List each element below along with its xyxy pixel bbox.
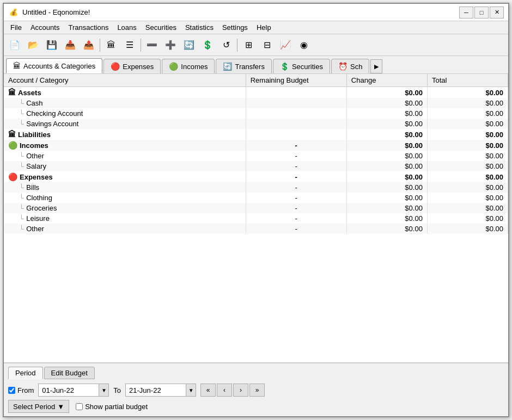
table-view-button[interactable]: ⊟ [258, 37, 276, 53]
table-wrapper: Account / Category Remaining Budget Chan… [4, 74, 508, 362]
tab-transfers-label: Transfers [235, 63, 264, 71]
menu-item-securities[interactable]: Securities [141, 22, 181, 33]
open-file-button[interactable]: 📂 [25, 37, 42, 53]
col-budget: Remaining Budget [246, 74, 346, 87]
select-period-arrow: ▼ [57, 403, 64, 411]
window-title: Untitled - Eqonomize! [22, 8, 459, 16]
bottom-tab-edit-budget[interactable]: Edit Budget [44, 367, 95, 379]
minimize-button[interactable]: ─ [459, 7, 473, 18]
tab-expenses[interactable]: 🔴 Expenses [103, 59, 161, 73]
show-partial-checkbox[interactable] [76, 403, 83, 410]
refresh-button[interactable]: ↺ [217, 37, 235, 53]
table-row[interactable]: 🟢Incomes-$0.00$0.00 [4, 140, 508, 151]
accounts-list-button[interactable]: ☰ [121, 37, 138, 53]
table-row[interactable]: └Other-$0.00$0.00 [4, 224, 508, 234]
main-window: 💰 Untitled - Eqonomize! ─ □ ✕ FileAccoun… [3, 3, 509, 417]
nav-buttons: « ‹ › » [200, 384, 265, 397]
grid-view-button[interactable]: ⊞ [240, 37, 257, 53]
select-period-button[interactable]: Select Period ▼ [8, 400, 69, 413]
nav-prev-button[interactable]: ‹ [217, 384, 232, 397]
pie-chart-button[interactable]: ◉ [295, 37, 313, 53]
col-change: Change [346, 74, 427, 87]
row-icon: 🟢 [8, 141, 17, 150]
app-icon: 💰 [8, 7, 19, 18]
table-row[interactable]: 🔴Expenses-$0.00$0.00 [4, 171, 508, 182]
col-account: Account / Category [4, 74, 246, 87]
table-row[interactable]: └Bills-$0.00$0.00 [4, 182, 508, 193]
from-date-input[interactable] [39, 385, 99, 396]
row-icon: 🔴 [8, 172, 17, 181]
tab-nav-next[interactable]: ▶ [370, 59, 382, 73]
title-bar: 💰 Untitled - Eqonomize! ─ □ ✕ [4, 4, 508, 21]
tab-schedule[interactable]: ⏰ Sch [331, 59, 369, 73]
chart-button[interactable]: 📈 [277, 37, 294, 53]
window-controls: ─ □ ✕ [459, 7, 504, 18]
to-date-dropdown[interactable]: ▼ [186, 384, 196, 396]
bottom-panel: Period Edit Budget From ▼ To ▼ « [4, 362, 508, 416]
table-row[interactable]: └Salary-$0.00$0.00 [4, 161, 508, 171]
menu-item-statistics[interactable]: Statistics [181, 22, 218, 33]
nav-next-button[interactable]: › [233, 384, 248, 397]
from-date-dropdown[interactable]: ▼ [99, 384, 108, 396]
maximize-button[interactable]: □ [474, 7, 489, 18]
table-row[interactable]: └Savings Account$0.00$0.00 [4, 119, 508, 129]
add-income-button[interactable]: ➕ [162, 37, 179, 53]
accounts-table: Account / Category Remaining Budget Chan… [4, 74, 508, 234]
tab-incomes[interactable]: 🟢 Incomes [162, 59, 215, 73]
transfers-tab-icon: 🔄 [223, 62, 232, 71]
menu-bar: FileAccountsTransactionsLoansSecuritiesS… [4, 21, 508, 34]
table-row[interactable]: └Cash$0.00$0.00 [4, 98, 508, 108]
transfers-button[interactable]: 🔄 [180, 37, 198, 53]
to-label: To [113, 386, 121, 394]
securities-button[interactable]: 💲 [199, 37, 216, 53]
nav-last-button[interactable]: » [249, 384, 265, 397]
to-date-input[interactable] [126, 385, 186, 396]
incomes-tab-icon: 🟢 [169, 62, 178, 71]
to-date-select[interactable]: ▼ [125, 384, 196, 397]
from-date-select[interactable]: ▼ [38, 384, 109, 397]
bottom-tabs: Period Edit Budget [8, 367, 504, 379]
tab-securities-label: Securities [292, 63, 323, 71]
menu-item-file[interactable]: File [6, 22, 26, 33]
table-row[interactable]: └Leisure-$0.00$0.00 [4, 213, 508, 224]
new-file-button[interactable]: 📄 [6, 37, 23, 53]
tab-incomes-label: Incomes [181, 63, 208, 71]
schedule-tab-icon: ⏰ [338, 62, 348, 71]
menu-item-accounts[interactable]: Accounts [26, 22, 64, 33]
table-row[interactable]: 🏛Assets$0.00$0.00 [4, 87, 508, 98]
from-checkbox[interactable] [8, 387, 15, 394]
from-label: From [17, 386, 34, 394]
export-button[interactable]: 📤 [80, 37, 97, 53]
menu-item-settings[interactable]: Settings [218, 22, 252, 33]
main-content: Account / Category Remaining Budget Chan… [4, 74, 508, 416]
tab-accounts-label: Accounts & Categories [23, 62, 95, 70]
menu-item-help[interactable]: Help [252, 22, 276, 33]
tabs-bar: 🏛 Accounts & Categories 🔴 Expenses 🟢 Inc… [4, 56, 508, 74]
menu-item-loans[interactable]: Loans [113, 22, 141, 33]
tab-transfers[interactable]: 🔄 Transfers [216, 59, 271, 73]
table-row[interactable]: └Other-$0.00$0.00 [4, 151, 508, 161]
tab-securities[interactable]: 💲 Securities [273, 59, 330, 73]
table-row[interactable]: └Clothing-$0.00$0.00 [4, 193, 508, 203]
table-row[interactable]: └Groceries-$0.00$0.00 [4, 203, 508, 213]
row-icon: 🏛 [8, 130, 16, 139]
table-row[interactable]: └Checking Account$0.00$0.00 [4, 108, 508, 119]
nav-first-button[interactable]: « [200, 384, 216, 397]
separator-2 [141, 39, 141, 52]
securities-tab-icon: 💲 [280, 62, 289, 71]
menu-item-transactions[interactable]: Transactions [64, 22, 113, 33]
select-period-label: Select Period [13, 403, 55, 411]
table-row[interactable]: 🏛Liabilities$0.00$0.00 [4, 129, 508, 140]
date-row: From ▼ To ▼ « ‹ › » [8, 384, 504, 397]
tab-accounts-categories[interactable]: 🏛 Accounts & Categories [6, 58, 102, 73]
expenses-tab-icon: 🔴 [111, 62, 120, 71]
accounts-button[interactable]: 🏛 [102, 37, 120, 53]
show-partial-label[interactable]: Show partial budget [76, 403, 148, 411]
close-button[interactable]: ✕ [490, 7, 504, 18]
from-checkbox-label[interactable]: From [8, 386, 34, 394]
accounts-tab-icon: 🏛 [13, 61, 21, 70]
save-button[interactable]: 💾 [43, 37, 60, 53]
add-expense-button[interactable]: ➖ [143, 37, 161, 53]
import-button[interactable]: 📥 [62, 37, 79, 53]
bottom-tab-period[interactable]: Period [8, 367, 43, 379]
